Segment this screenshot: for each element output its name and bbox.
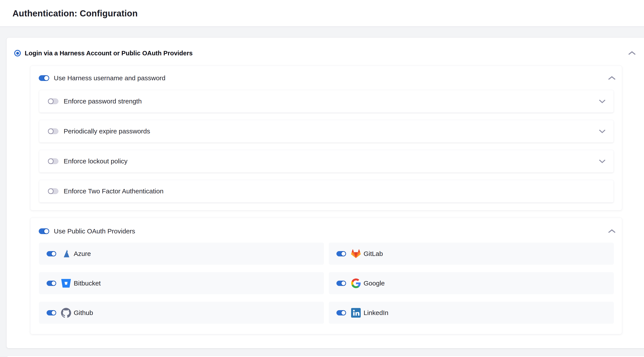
toggle-knob [51, 310, 56, 316]
toggle-knob [51, 281, 56, 286]
gitlab-icon [351, 248, 361, 259]
provider-label: Azure [74, 250, 91, 258]
provider-label: GitLab [364, 250, 383, 258]
section-title: Login via a Harness Account or Public OA… [25, 50, 193, 57]
provider-label: Github [74, 309, 93, 316]
harness-credentials-label: Use Harness username and password [54, 74, 166, 82]
password-strength-toggle[interactable] [48, 98, 58, 104]
page-title: Authentication: Configuration [12, 8, 138, 18]
lockout-policy-toggle[interactable] [48, 158, 58, 164]
oauth-provider-grid: Azure GitLab [39, 242, 614, 324]
azure-icon [61, 248, 71, 259]
password-policy-rows: Enforce password strength Periodically e… [39, 90, 614, 210]
two-factor-toggle[interactable] [48, 188, 58, 194]
provider-row-github: Github [39, 302, 324, 324]
toggle-knob [341, 281, 346, 286]
oauth-providers-card: Use Public OAuth Providers Azure [30, 218, 622, 334]
toggle-knob [48, 98, 54, 104]
use-harness-toggle[interactable] [39, 75, 49, 81]
github-toggle[interactable] [46, 310, 56, 316]
page-header: Authentication: Configuration [0, 0, 644, 27]
oauth-providers-label: Use Public OAuth Providers [54, 228, 135, 235]
option-label: Enforce lockout policy [64, 158, 128, 165]
section-header-login-method: Login via a Harness Account or Public OA… [14, 46, 644, 60]
toggle-knob [48, 158, 54, 164]
toggle-knob [51, 251, 56, 256]
login-method-radio[interactable] [14, 50, 21, 56]
radio-dot [16, 52, 19, 55]
toggle-knob [341, 251, 346, 256]
row-two-factor-auth: Enforce Two Factor Authentication [39, 180, 614, 202]
chevron-down-icon[interactable] [599, 159, 606, 163]
auth-method-card: Login via a Harness Account or Public OA… [6, 38, 644, 348]
chevron-down-icon[interactable] [599, 129, 606, 133]
provider-row-gitlab: GitLab [329, 242, 614, 265]
toggle-knob [341, 310, 346, 316]
linkedin-icon [351, 308, 361, 318]
toggle-knob [48, 188, 54, 194]
provider-row-azure: Azure [39, 242, 324, 265]
option-label: Enforce password strength [64, 98, 142, 105]
google-toggle[interactable] [336, 281, 346, 286]
provider-label: LinkedIn [364, 309, 388, 316]
chevron-up-icon[interactable] [608, 229, 616, 234]
option-label: Periodically expire passwords [64, 128, 150, 135]
expire-passwords-toggle[interactable] [48, 128, 58, 134]
toggle-knob [44, 75, 49, 81]
option-label: Enforce Two Factor Authentication [64, 188, 164, 195]
provider-label: Google [364, 280, 385, 287]
bitbucket-toggle[interactable] [46, 281, 56, 286]
gitlab-toggle[interactable] [336, 251, 346, 256]
toggle-knob [44, 228, 49, 234]
row-lockout-policy: Enforce lockout policy [39, 150, 614, 172]
row-expire-passwords: Periodically expire passwords [39, 120, 614, 142]
linkedin-toggle[interactable] [336, 310, 346, 316]
provider-row-bitbucket: Bitbucket [39, 272, 324, 294]
github-icon [61, 308, 71, 318]
provider-row-google: Google [329, 272, 614, 294]
next-section-card-edge [6, 356, 644, 357]
provider-row-linkedin: LinkedIn [329, 302, 614, 324]
harness-credentials-header: Use Harness username and password [39, 72, 616, 84]
use-oauth-toggle[interactable] [39, 228, 49, 234]
toggle-knob [48, 128, 54, 134]
chevron-down-icon[interactable] [599, 99, 606, 103]
row-enforce-password-strength: Enforce password strength [39, 90, 614, 113]
provider-label: Bitbucket [74, 280, 100, 287]
chevron-up-icon[interactable] [608, 76, 616, 80]
harness-credentials-card: Use Harness username and password Enforc… [30, 66, 622, 210]
chevron-up-icon[interactable] [628, 51, 636, 55]
bitbucket-icon [61, 278, 71, 288]
azure-toggle[interactable] [46, 251, 56, 256]
oauth-providers-header: Use Public OAuth Providers [39, 225, 616, 237]
google-icon [351, 278, 361, 288]
